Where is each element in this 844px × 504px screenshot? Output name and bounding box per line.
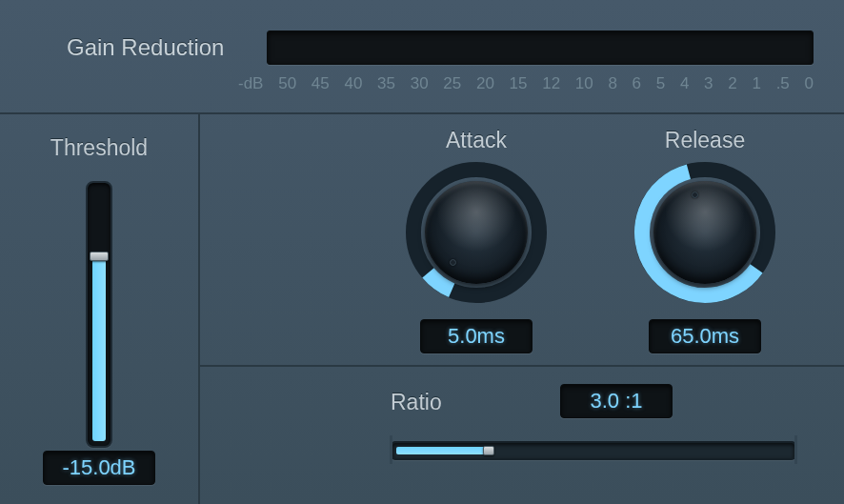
ratio-slider[interactable]	[391, 435, 796, 464]
gain-reduction-scale-tick: 6	[633, 74, 641, 93]
gain-reduction-label: Gain Reduction	[67, 34, 224, 61]
attack-knob[interactable]	[405, 161, 548, 304]
threshold-slider[interactable]	[86, 181, 112, 448]
attack-knob-cap	[425, 181, 528, 284]
attack-label: Attack	[372, 128, 581, 153]
gain-reduction-scale-tick: 0	[805, 74, 814, 93]
attack-release-section: Attack 5.0ms Release 65.0ms	[200, 114, 844, 367]
gain-reduction-scale-tick: 1	[752, 74, 760, 93]
gain-reduction-scale-tick: 45	[311, 74, 330, 93]
release-block: Release 65.0ms	[600, 128, 810, 353]
release-value[interactable]: 65.0ms	[649, 319, 761, 353]
threshold-slider-fill	[92, 256, 106, 441]
threshold-label: Threshold	[0, 135, 198, 161]
gain-reduction-scale-tick: 20	[476, 74, 494, 93]
ratio-slider-end-right	[794, 435, 797, 464]
gain-reduction-scale-tick: 40	[344, 74, 362, 93]
gain-reduction-section: Gain Reduction -dB5045403530252015121086…	[0, 0, 844, 114]
ratio-slider-thumb[interactable]	[483, 446, 494, 455]
ratio-slider-track	[391, 441, 796, 460]
gain-reduction-scale-tick: 50	[278, 74, 296, 93]
gain-reduction-scale: -dB504540353025201512108654321.50	[238, 74, 814, 93]
gain-reduction-scale-tick: 10	[575, 74, 593, 93]
threshold-slider-thumb[interactable]	[90, 252, 109, 261]
gain-reduction-scale-tick: 25	[443, 74, 461, 93]
threshold-section: Threshold -15.0dB	[0, 114, 200, 504]
gain-reduction-scale-tick: 5	[656, 74, 665, 93]
ratio-section: Ratio 3.0 :1	[200, 367, 844, 504]
ratio-slider-end-left	[390, 435, 392, 464]
release-label: Release	[600, 128, 810, 153]
gain-reduction-scale-tick: 2	[728, 74, 736, 93]
ratio-slider-fill	[396, 447, 489, 454]
gain-reduction-scale-tick: 12	[542, 74, 560, 93]
gain-reduction-scale-tick: 15	[510, 74, 528, 93]
gain-reduction-scale-tick: 8	[608, 74, 616, 93]
attack-block: Attack 5.0ms	[372, 128, 581, 353]
ratio-label: Ratio	[391, 390, 442, 415]
gain-reduction-scale-tick: 30	[411, 74, 429, 93]
gain-reduction-meter	[267, 30, 814, 65]
release-knob-cap	[653, 181, 756, 284]
ratio-value[interactable]: 3.0 :1	[560, 384, 673, 418]
gain-reduction-scale-prefix: -dB	[238, 74, 263, 93]
attack-value[interactable]: 5.0ms	[420, 319, 533, 353]
release-knob[interactable]	[633, 161, 776, 304]
gain-reduction-scale-tick: .5	[776, 74, 790, 93]
compressor-plugin: Gain Reduction -dB5045403530252015121086…	[0, 0, 844, 504]
gain-reduction-scale-tick: 4	[680, 74, 689, 93]
gain-reduction-scale-tick: 35	[377, 74, 395, 93]
gain-reduction-scale-tick: 3	[704, 74, 713, 93]
threshold-value[interactable]: -15.0dB	[43, 451, 155, 485]
release-knob-pointer	[692, 192, 698, 198]
